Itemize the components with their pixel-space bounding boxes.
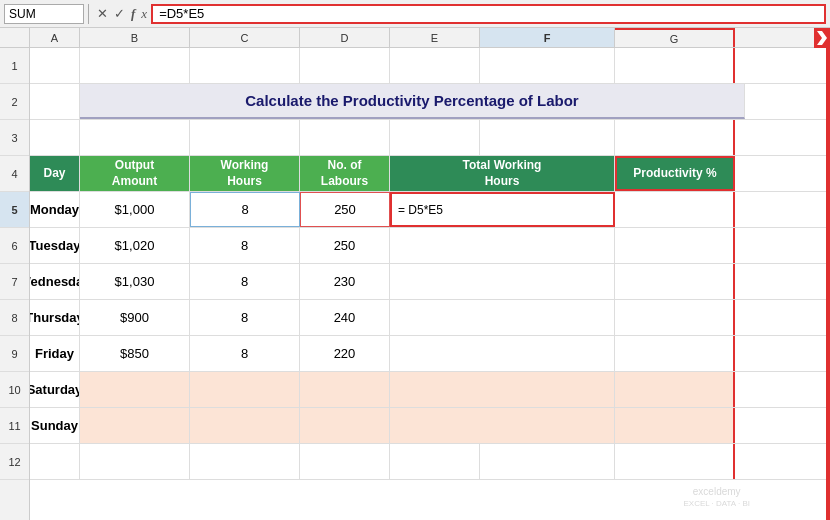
cell-g12[interactable] (615, 444, 735, 479)
cell-hours-10[interactable] (190, 372, 300, 407)
cell-e1[interactable] (390, 48, 480, 83)
cell-labours-5[interactable]: 250 (300, 192, 390, 227)
cell-output-7[interactable]: $1,030 (80, 264, 190, 299)
cell-c12[interactable] (190, 444, 300, 479)
row-num-7[interactable]: 7 (0, 264, 29, 300)
confirm-icon[interactable]: ✓ (114, 6, 125, 21)
cell-hours-5[interactable]: 8 (190, 192, 300, 227)
col-header-d[interactable]: D (300, 28, 390, 47)
cell-f3[interactable] (480, 120, 615, 155)
cell-totalHours-11[interactable] (390, 408, 615, 443)
cell-f1[interactable] (480, 48, 615, 83)
col-header-e[interactable]: E (390, 28, 480, 47)
cell-hours-8[interactable]: 8 (190, 300, 300, 335)
cell-labours-11[interactable] (300, 408, 390, 443)
cell-c1[interactable] (190, 48, 300, 83)
cell-labours-6[interactable]: 250 (300, 228, 390, 263)
cell-prod-7[interactable] (615, 264, 735, 299)
grid-content: Calculate the Productivity Percentage of… (30, 48, 830, 520)
row-3 (30, 120, 830, 156)
cell-a2[interactable] (30, 84, 80, 119)
cell-prod-8[interactable] (615, 300, 735, 335)
function-icon[interactable]: f (131, 6, 135, 22)
cell-prod-11[interactable] (615, 408, 735, 443)
cell-output-5[interactable]: $1,000 (80, 192, 190, 227)
cell-labours-8[interactable]: 240 (300, 300, 390, 335)
cell-day-6[interactable]: Tuesday (30, 228, 80, 263)
row-7: Wednesday $1,030 8 230 (30, 264, 830, 300)
row-6: Tuesday $1,020 8 250 (30, 228, 830, 264)
cell-hours-7[interactable]: 8 (190, 264, 300, 299)
row-num-4[interactable]: 4 (0, 156, 29, 192)
cell-output-6[interactable]: $1,020 (80, 228, 190, 263)
row-10: Saturday (30, 372, 830, 408)
header-total: Total Working Hours (390, 156, 615, 191)
col-header-f[interactable]: F (480, 28, 615, 47)
cell-f12[interactable] (480, 444, 615, 479)
cell-totalHours-6[interactable] (390, 228, 615, 263)
cell-day-8[interactable]: Thursday (30, 300, 80, 335)
cell-d12[interactable] (300, 444, 390, 479)
title-cell: Calculate the Productivity Percentage of… (80, 84, 745, 119)
cell-g3[interactable] (615, 120, 735, 155)
cell-b3[interactable] (80, 120, 190, 155)
cell-e12[interactable] (390, 444, 480, 479)
cell-a1[interactable] (30, 48, 80, 83)
row-num-6[interactable]: 6 (0, 228, 29, 264)
row-num-1[interactable]: 1 (0, 48, 29, 84)
cell-day-7[interactable]: Wednesday (30, 264, 80, 299)
cell-hours-9[interactable]: 8 (190, 336, 300, 371)
separator (88, 4, 89, 24)
cell-labours-7[interactable]: 230 (300, 264, 390, 299)
header-output: Output Amount (80, 156, 190, 191)
cell-output-11[interactable] (80, 408, 190, 443)
cell-output-9[interactable]: $850 (80, 336, 190, 371)
cell-prod-5[interactable] (615, 192, 735, 227)
cell-g1[interactable] (615, 48, 735, 83)
cell-totalHours-8[interactable] (390, 300, 615, 335)
cell-prod-9[interactable] (615, 336, 735, 371)
cell-d3[interactable] (300, 120, 390, 155)
header-hours: Working Hours (190, 156, 300, 191)
formula-input[interactable]: =D5*E5 (151, 4, 826, 24)
cell-e3[interactable] (390, 120, 480, 155)
cell-d1[interactable] (300, 48, 390, 83)
col-header-a[interactable]: A (30, 28, 80, 47)
row-num-10[interactable]: 10 (0, 372, 29, 408)
cell-a12[interactable] (30, 444, 80, 479)
row-num-2[interactable]: 2 (0, 84, 29, 120)
cell-output-8[interactable]: $900 (80, 300, 190, 335)
row-num-9[interactable]: 9 (0, 336, 29, 372)
row-num-8[interactable]: 8 (0, 300, 29, 336)
name-box[interactable]: SUM (4, 4, 84, 24)
cell-c3[interactable] (190, 120, 300, 155)
header-productivity: Productivity % (615, 156, 735, 191)
cell-b1[interactable] (80, 48, 190, 83)
cell-labours-10[interactable] (300, 372, 390, 407)
cell-a3[interactable] (30, 120, 80, 155)
row-9: Friday $850 8 220 (30, 336, 830, 372)
cell-prod-6[interactable] (615, 228, 735, 263)
cell-totalHours-7[interactable] (390, 264, 615, 299)
cell-day-5[interactable]: Monday (30, 192, 80, 227)
cell-hours-6[interactable]: 8 (190, 228, 300, 263)
row-num-12[interactable]: 12 (0, 444, 29, 480)
cancel-icon[interactable]: ✕ (97, 6, 108, 21)
col-header-g[interactable]: G (615, 28, 735, 47)
col-header-c[interactable]: C (190, 28, 300, 47)
cell-day-11[interactable]: Sunday (30, 408, 80, 443)
cell-totalHours-9[interactable] (390, 336, 615, 371)
cell-output-10[interactable] (80, 372, 190, 407)
row-num-3[interactable]: 3 (0, 120, 29, 156)
cell-b12[interactable] (80, 444, 190, 479)
cell-totalHours-5[interactable]: = D5*E5 (390, 192, 615, 227)
row-num-11[interactable]: 11 (0, 408, 29, 444)
cell-hours-11[interactable] (190, 408, 300, 443)
cell-totalHours-10[interactable] (390, 372, 615, 407)
row-num-5[interactable]: 5 (0, 192, 29, 228)
cell-day-10[interactable]: Saturday (30, 372, 80, 407)
cell-day-9[interactable]: Friday (30, 336, 80, 371)
cell-labours-9[interactable]: 220 (300, 336, 390, 371)
cell-prod-10[interactable] (615, 372, 735, 407)
col-header-b[interactable]: B (80, 28, 190, 47)
